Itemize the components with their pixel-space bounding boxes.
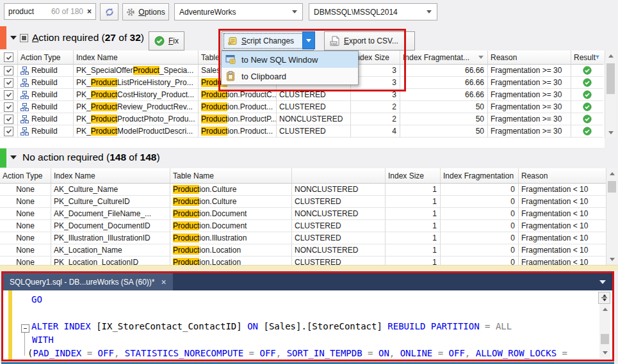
row-checkbox-cell[interactable]: [0, 77, 18, 89]
checkbox-checked-icon[interactable]: [4, 102, 13, 112]
cell-index-type: NONCLUSTERED: [277, 113, 351, 125]
table-row[interactable]: Rebuild PK_ProductCostHistory_Product...…: [0, 89, 605, 101]
header-index-name[interactable]: Index Name: [74, 51, 199, 65]
export-csv-button[interactable]: csv Export to CSV...: [324, 31, 415, 51]
action-required-title: Action required (27 of 32): [32, 32, 144, 44]
cell-index-name: PK_ProductCostHistory_Product...: [74, 89, 199, 101]
header-action-type[interactable]: Action Type: [0, 168, 51, 184]
table-row[interactable]: None PK_Location_LocationID Production.L…: [0, 257, 606, 265]
filter-icon[interactable]: [596, 54, 599, 60]
sql-query-tab[interactable]: SQLQuery1.sql - DB...ureWorks (SA (60))*…: [3, 273, 173, 290]
grid2-scrollbar[interactable]: [606, 168, 618, 265]
sql-query-panel: SQLQuery1.sql - DB...ureWorks (SA (60))*…: [3, 273, 612, 360]
script-changes-dropdown-arrow[interactable]: [302, 31, 315, 49]
scroll-down-icon[interactable]: [606, 254, 618, 265]
checkbox-checked-icon[interactable]: [4, 52, 13, 62]
row-checkbox-cell[interactable]: [0, 65, 18, 77]
cell-index-fragmentation: 0: [441, 196, 519, 208]
table-row[interactable]: None AK_Document_FileName_... Production…: [0, 208, 606, 220]
database-select[interactable]: AdventureWorks: [174, 3, 303, 20]
header-index-type[interactable]: [292, 168, 386, 184]
script-changes-button[interactable]: Script Changes: [222, 31, 314, 51]
cell-index-name: PK_Illustration_IllustrationID: [51, 232, 170, 244]
close-tab-icon[interactable]: ×: [161, 277, 167, 287]
sql-window-icon: [225, 54, 236, 65]
collapse-section-icon[interactable]: [10, 155, 17, 159]
scrollbar-thumb[interactable]: [606, 63, 615, 94]
table-row[interactable]: None AK_Culture_Name Production.Culture …: [0, 184, 606, 196]
row-checkbox-cell[interactable]: [0, 101, 18, 113]
checkbox-checked-icon[interactable]: [4, 127, 13, 136]
sql-editor[interactable]: GO ALTER INDEX [IX_StoreContact_ContactI…: [3, 290, 612, 360]
options-label: Options: [138, 8, 165, 17]
row-checkbox-cell[interactable]: [0, 113, 18, 125]
table-row[interactable]: None AK_Location_Name Production.Locatio…: [0, 244, 606, 257]
sql-code[interactable]: GO ALTER INDEX [IX_StoreContact_ContactI…: [3, 293, 597, 360]
cell-index-type: CLUSTERED: [292, 232, 386, 244]
table-row[interactable]: None PK_Culture_CultureID Production.Cul…: [0, 196, 606, 208]
row-checkbox-cell[interactable]: [0, 89, 18, 101]
tab-list-dropdown-icon[interactable]: [599, 280, 606, 284]
scrollbar-thumb[interactable]: [608, 181, 616, 193]
cell-result: [571, 101, 603, 113]
action-total: 32: [130, 32, 141, 43]
scroll-up-icon[interactable]: [599, 304, 610, 315]
header-table-name[interactable]: Table Name: [170, 168, 292, 184]
header-reason[interactable]: Reason: [519, 168, 606, 184]
fix-button[interactable]: Fix: [149, 31, 184, 51]
collapse-section-icon[interactable]: [10, 36, 17, 40]
cell-action-type: None: [0, 196, 51, 208]
menu-item-clipboard[interactable]: to Clipboard: [222, 68, 358, 84]
collapse-region-icon[interactable]: [21, 324, 29, 333]
menu-item-new-sql-window[interactable]: to New SQL Window: [222, 51, 358, 68]
cell-result: [571, 77, 603, 89]
header-index-size[interactable]: Index Size: [386, 168, 441, 184]
checkbox-checked-icon[interactable]: [4, 66, 13, 75]
scrollbar-thumb[interactable]: [601, 334, 609, 344]
header-index-fragmentation[interactable]: Index Fragmentation: [441, 168, 519, 184]
refresh-button[interactable]: [100, 3, 118, 20]
header-index-fragmentation[interactable]: Index Fragmentat...: [400, 51, 488, 65]
cell-index-size: 4: [351, 125, 400, 138]
clipboard-icon: [225, 71, 236, 81]
panel-splitter[interactable]: [0, 265, 618, 271]
index-manager-window: product 60 of 180 × Options AdventureWor…: [0, 0, 618, 364]
table-row[interactable]: Rebuild PK_ProductProductPhoto_Produ... …: [0, 113, 605, 125]
index-tree-icon: [20, 67, 29, 75]
checkbox-checked-icon[interactable]: [4, 78, 13, 88]
header-reason[interactable]: Reason: [488, 51, 571, 65]
select-all-checkbox[interactable]: [20, 34, 28, 42]
header-action-type[interactable]: Action Type: [18, 51, 74, 65]
checkbox-checked-icon[interactable]: [4, 90, 13, 100]
editor-split-grip[interactable]: [598, 292, 610, 304]
scroll-down-icon[interactable]: [605, 127, 617, 138]
cell-reason: Fragmentation >= 30: [488, 77, 571, 89]
header-checkbox-cell[interactable]: [0, 51, 18, 65]
clear-search-icon[interactable]: ×: [87, 7, 92, 16]
script-changes-menu: to New SQL Window to Clipboard: [221, 51, 359, 85]
header-index-name[interactable]: Index Name: [51, 168, 170, 184]
table-row[interactable]: Rebuild PK_ProductReview_ProductRev... P…: [0, 101, 605, 113]
scroll-up-icon[interactable]: [605, 51, 617, 61]
search-box[interactable]: product 60 of 180 ×: [4, 3, 96, 20]
editor-scrollbar[interactable]: [599, 304, 610, 358]
table-row[interactable]: None PK_Illustration_IllustrationID Prod…: [0, 232, 606, 244]
fix-label: Fix: [168, 36, 179, 45]
scroll-down-icon[interactable]: [599, 347, 610, 358]
section-title-text: Action required: [32, 32, 99, 43]
server-select[interactable]: DBMSSQL\MSSQL2014: [309, 3, 437, 20]
cell-index-fragmentation: 0: [441, 232, 519, 244]
header-result[interactable]: Result: [571, 51, 603, 65]
grid1-scrollbar[interactable]: [605, 51, 617, 138]
scroll-up-icon[interactable]: [606, 168, 618, 179]
sql-line: WITH: [3, 333, 597, 347]
checkbox-checked-icon[interactable]: [4, 115, 13, 124]
table-row[interactable]: Rebuild PK_ProductModelProductDescri... …: [0, 125, 605, 138]
options-button[interactable]: Options: [122, 3, 169, 20]
cell-index-size: 3: [351, 89, 400, 101]
search-match-counter: 60 of 180: [51, 7, 83, 16]
row-checkbox-cell[interactable]: [0, 125, 18, 138]
table-row[interactable]: None PK_Document_DocumentID Production.D…: [0, 220, 606, 232]
cell-index-size: 1: [386, 184, 441, 196]
search-input[interactable]: product: [4, 7, 51, 16]
